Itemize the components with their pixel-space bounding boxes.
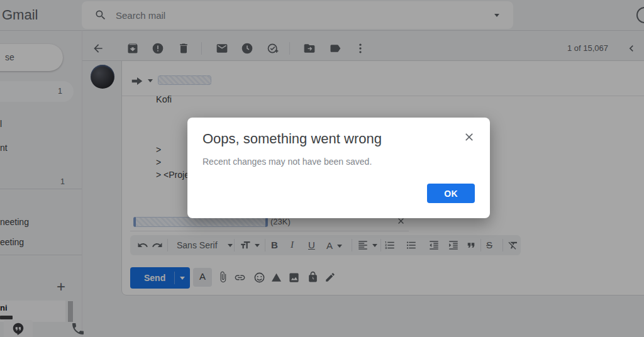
gmail-window: Gmail Search mail se 1 l nt 1 neeting ee…	[0, 0, 644, 337]
dialog-ok-button[interactable]: OK	[427, 184, 475, 203]
error-dialog: Oops, something went wrong Recent change…	[187, 118, 490, 218]
dialog-title: Oops, something went wrong	[203, 131, 382, 147]
dialog-message: Recent changes may not have been saved.	[203, 157, 372, 167]
dialog-close-icon[interactable]	[463, 131, 475, 143]
